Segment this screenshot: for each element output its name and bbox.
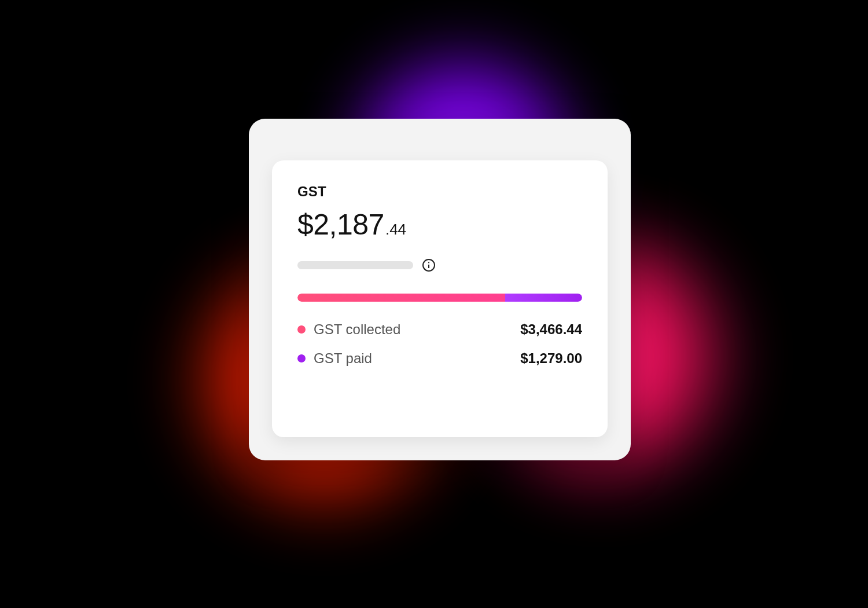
gst-card: GST $2,187 .44 bbox=[272, 160, 608, 437]
amount-major: $2,187 bbox=[297, 208, 384, 241]
info-icon[interactable] bbox=[421, 258, 436, 273]
subtitle-row bbox=[297, 258, 582, 273]
card-title: GST bbox=[297, 184, 582, 200]
legend-row-collected: GST collected $3,466.44 bbox=[297, 321, 582, 338]
segment-paid bbox=[505, 294, 582, 302]
legend-paid-value: $1,279.00 bbox=[520, 350, 582, 367]
legend-paid-label: GST paid bbox=[314, 350, 372, 367]
legend-collected-label: GST collected bbox=[314, 321, 400, 338]
gst-widget-frame: GST $2,187 .44 bbox=[249, 119, 631, 460]
dot-paid-icon bbox=[297, 354, 306, 362]
net-amount: $2,187 .44 bbox=[297, 208, 582, 241]
placeholder-bar bbox=[297, 261, 413, 269]
amount-minor: .44 bbox=[385, 221, 406, 239]
svg-point-2 bbox=[428, 262, 429, 263]
legend-row-paid: GST paid $1,279.00 bbox=[297, 350, 582, 367]
legend-collected-value: $3,466.44 bbox=[520, 321, 582, 338]
dot-collected-icon bbox=[297, 325, 306, 334]
segment-collected bbox=[297, 294, 505, 302]
gst-proportion-bar bbox=[297, 294, 582, 302]
